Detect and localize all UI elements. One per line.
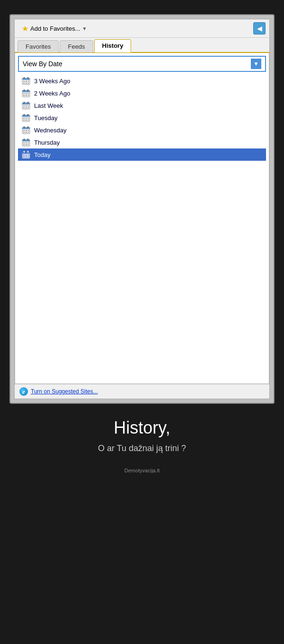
back-button[interactable]: ◀ (253, 22, 266, 35)
svg-rect-35 (26, 118, 27, 119)
history-item-wednesday[interactable]: Wednesday (18, 124, 266, 136)
svg-rect-54 (23, 142, 25, 143)
svg-rect-66 (28, 155, 29, 156)
calendar-icon (22, 113, 30, 122)
svg-rect-33 (27, 114, 28, 116)
caption-subtitle: O ar Tu dažnai ją trini ? (9, 444, 275, 453)
svg-rect-52 (24, 139, 25, 140)
calendar-icon (22, 150, 30, 159)
tab-favorites[interactable]: Favorites (18, 40, 59, 52)
ie-icon (19, 387, 28, 396)
svg-rect-68 (26, 157, 27, 157)
svg-rect-9 (28, 83, 29, 84)
calendar-icon (22, 126, 30, 134)
svg-rect-59 (28, 144, 29, 145)
svg-rect-24 (23, 105, 25, 106)
svg-rect-64 (23, 155, 25, 156)
svg-rect-8 (26, 83, 27, 84)
svg-rect-23 (27, 102, 28, 104)
content-area: View By Date ▼ (15, 53, 269, 384)
tab-history[interactable]: History (94, 39, 132, 52)
svg-rect-49 (28, 132, 29, 133)
svg-rect-38 (26, 120, 27, 121)
add-favorites-button[interactable]: ★ Add to Favorites... ▼ (18, 23, 90, 35)
svg-rect-55 (26, 142, 27, 143)
calendar-icon (22, 77, 30, 85)
svg-rect-46 (28, 130, 29, 131)
caption-area: History, O ar Tu dažnai ją trini ? Demot… (0, 404, 284, 483)
bottom-bar: Turn on Suggested Sites... (15, 384, 269, 399)
svg-rect-18 (26, 95, 27, 96)
back-arrow-icon: ◀ (257, 25, 262, 32)
view-selector-label: View By Date (23, 60, 62, 68)
svg-rect-21 (22, 103, 30, 104)
svg-rect-22 (24, 102, 25, 104)
history-item-thursday[interactable]: Thursday (18, 136, 266, 148)
svg-rect-42 (24, 126, 25, 128)
svg-rect-47 (23, 132, 25, 133)
svg-rect-13 (27, 89, 28, 91)
svg-rect-3 (27, 77, 28, 79)
svg-rect-69 (28, 157, 29, 157)
svg-rect-51 (22, 139, 30, 141)
svg-rect-41 (22, 127, 30, 129)
calendar-icon (22, 101, 30, 110)
svg-rect-17 (23, 95, 25, 96)
view-by-date-selector[interactable]: View By Date ▼ (18, 56, 266, 72)
svg-rect-34 (23, 118, 25, 119)
history-item-label: Today (34, 151, 51, 158)
svg-rect-16 (28, 93, 29, 94)
toolbar: ★ Add to Favorites... ▼ ◀ (15, 19, 269, 38)
svg-rect-31 (22, 115, 30, 117)
svg-rect-25 (26, 105, 27, 106)
svg-rect-12 (24, 89, 25, 91)
svg-rect-28 (26, 107, 27, 108)
suggested-sites-label[interactable]: Turn on Suggested Sites... (31, 388, 98, 395)
svg-rect-7 (23, 83, 25, 84)
history-item-2-weeks-ago[interactable]: 2 Weeks Ago (18, 87, 266, 99)
svg-rect-45 (26, 130, 27, 131)
tabs-bar: Favorites Feeds History (15, 38, 269, 53)
watermark: Demotyvacija.lt (9, 468, 275, 473)
svg-rect-6 (28, 81, 29, 82)
ie-panel: ★ Add to Favorites... ▼ ◀ Favorites Feed… (14, 19, 270, 399)
svg-rect-4 (23, 81, 25, 82)
view-selector-arrow-icon: ▼ (251, 59, 261, 69)
svg-rect-63 (27, 151, 28, 153)
tab-feeds[interactable]: Feeds (60, 40, 93, 52)
history-item-today[interactable]: Today (18, 148, 266, 161)
svg-rect-48 (26, 132, 27, 133)
history-item-label: Last Week (34, 102, 63, 109)
svg-rect-53 (27, 139, 28, 140)
history-item-3-weeks-ago[interactable]: 3 Weeks Ago (18, 75, 266, 87)
calendar-icon (22, 138, 30, 147)
svg-rect-32 (24, 114, 25, 116)
history-list: 3 Weeks Ago (18, 75, 266, 161)
history-item-last-week[interactable]: Last Week (18, 99, 266, 112)
svg-rect-39 (28, 120, 29, 121)
svg-rect-11 (22, 90, 30, 92)
dropdown-arrow-icon: ▼ (82, 26, 87, 31)
svg-rect-56 (28, 142, 29, 143)
svg-rect-65 (26, 155, 27, 156)
svg-rect-57 (23, 144, 25, 145)
history-item-label: Tuesday (34, 114, 57, 122)
svg-rect-5 (26, 81, 27, 82)
svg-rect-2 (24, 77, 25, 79)
svg-rect-29 (28, 107, 29, 108)
svg-rect-14 (23, 93, 25, 94)
svg-rect-1 (22, 78, 30, 80)
history-item-label: Thursday (34, 139, 60, 146)
add-favorites-label: Add to Favorites... (30, 25, 80, 32)
svg-rect-15 (26, 93, 27, 94)
calendar-icon (22, 89, 30, 97)
star-icon: ★ (22, 24, 28, 33)
svg-rect-67 (23, 157, 25, 157)
svg-rect-19 (28, 95, 29, 96)
history-item-tuesday[interactable]: Tuesday (18, 112, 266, 124)
svg-rect-58 (26, 144, 27, 145)
history-item-label: 3 Weeks Ago (34, 78, 70, 85)
caption-title: History, (9, 418, 275, 438)
svg-rect-62 (24, 151, 25, 153)
history-item-label: 2 Weeks Ago (34, 90, 70, 97)
